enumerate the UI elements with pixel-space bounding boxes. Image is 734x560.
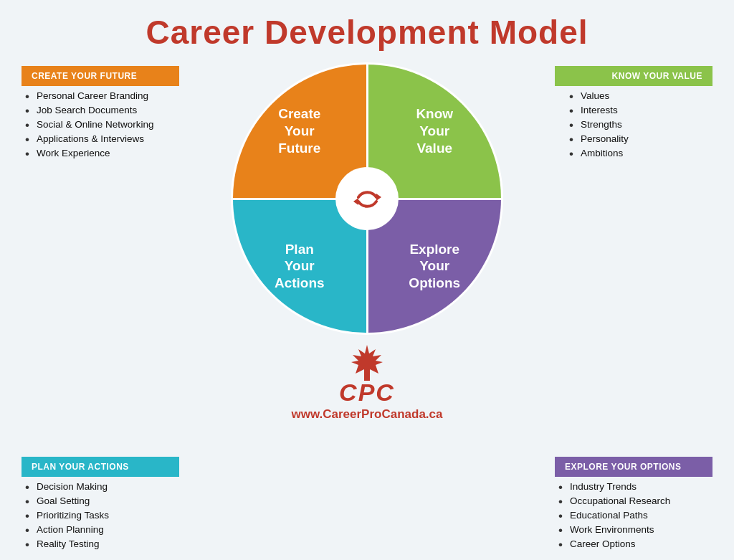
list-item: Industry Trends: [558, 481, 712, 492]
plan-header: PLAN YOUR ACTIONS: [22, 457, 179, 477]
list-item: Job Search Documents: [25, 105, 179, 115]
list-item: Values: [569, 90, 712, 101]
list-item: Applications & Interviews: [25, 133, 179, 144]
website-url: www.CareerProCanada.ca: [291, 407, 442, 422]
quadrant-explore-label: ExploreYourOptions: [409, 241, 460, 292]
list-item: Social & Online Networking: [25, 119, 179, 130]
cpc-text: CPC: [339, 380, 395, 404]
create-list: Personal Career Branding Job Search Docu…: [22, 90, 179, 162]
know-your-value-panel: KNOW YOUR VALUE Values Interests Strengt…: [555, 59, 712, 453]
list-item: Action Planning: [25, 524, 179, 535]
circle-diagram: CreateYourFuture KnowYourValue PlanYourA…: [231, 62, 503, 335]
know-header: KNOW YOUR VALUE: [555, 66, 712, 86]
list-item: Reality Testing: [25, 538, 179, 549]
quadrant-plan-label: PlanYourActions: [275, 241, 325, 292]
explore-header: EXPLORE YOUR OPTIONS: [555, 457, 712, 477]
plan-your-actions-panel: PLAN YOUR ACTIONS Decision Making Goal S…: [22, 457, 179, 553]
bottom-section: PLAN YOUR ACTIONS Decision Making Goal S…: [0, 453, 734, 560]
cpc-logo: CPC: [339, 343, 395, 404]
explore-your-options-panel: EXPLORE YOUR OPTIONS Industry Trends Occ…: [555, 457, 712, 553]
explore-list: Industry Trends Occupational Research Ed…: [555, 481, 712, 549]
quadrant-know-label: KnowYourValue: [416, 105, 453, 156]
logo-area: CPC www.CareerProCanada.ca: [291, 343, 442, 422]
list-item: Strengths: [569, 119, 712, 130]
quadrant-create-label: CreateYourFuture: [278, 105, 320, 156]
arrows-svg: [344, 176, 391, 222]
center-arrows: [335, 167, 399, 230]
list-item: Interests: [569, 105, 712, 115]
list-item: Goal Setting: [25, 495, 179, 506]
svg-marker-0: [376, 194, 381, 201]
list-item: Occupational Research: [558, 495, 712, 506]
center-area: CreateYourFuture KnowYourValue PlanYourA…: [179, 59, 555, 453]
list-item: Ambitions: [569, 148, 712, 158]
list-item: Prioritizing Tasks: [25, 510, 179, 521]
create-your-future-panel: CREATE YOUR FUTURE Personal Career Brand…: [22, 59, 179, 453]
list-item: Career Options: [558, 538, 712, 549]
list-item: Work Experience: [25, 148, 179, 158]
list-item: Personality: [569, 133, 712, 144]
svg-marker-1: [353, 198, 358, 205]
list-item: Educational Paths: [558, 510, 712, 521]
maple-leaf-icon: [345, 343, 389, 383]
know-list: Values Interests Strengths Personality A…: [555, 90, 712, 162]
create-header: CREATE YOUR FUTURE: [22, 66, 179, 86]
page-title: Career Development Model: [0, 0, 734, 59]
list-item: Personal Career Branding: [25, 90, 179, 101]
plan-list: Decision Making Goal Setting Prioritizin…: [22, 481, 179, 549]
list-item: Work Environments: [558, 524, 712, 535]
list-item: Decision Making: [25, 481, 179, 492]
